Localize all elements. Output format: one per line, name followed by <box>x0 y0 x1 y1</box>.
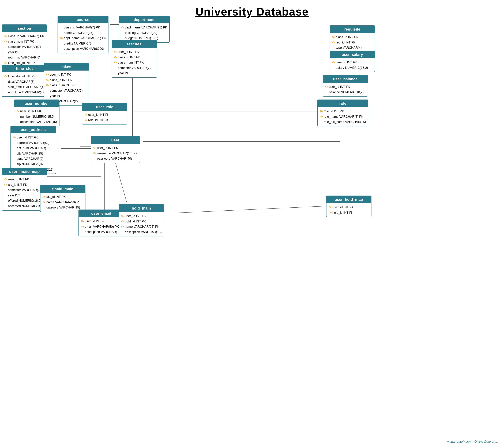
field-text: user_id INT FK <box>88 112 109 117</box>
svg-rect-84 <box>48 85 48 86</box>
watermark: www.creately.com - Online Diagram... <box>447 440 499 444</box>
table-header-department: department <box>119 16 169 23</box>
table-row: hold_id INT FK <box>328 210 369 215</box>
svg-rect-148 <box>123 216 123 217</box>
svg-rect-122 <box>6 179 7 179</box>
table-row: user_id INT FK <box>46 72 87 77</box>
table-row: start_time TIMESTAMP(4) <box>4 84 45 90</box>
svg-rect-132 <box>44 197 45 198</box>
svg-rect-164 <box>330 213 331 213</box>
table-finaid_main: finaid_mainaid_id INT PKname VARCHAR(50)… <box>40 185 86 212</box>
svg-rect-91 <box>19 111 19 112</box>
table-row: role_name VARCHAR(3) PK <box>320 114 366 119</box>
field-text: description VARCHAR(15) <box>85 229 122 235</box>
svg-rect-146 <box>123 216 124 216</box>
table-row: name VARCHAR(50) PK <box>43 200 83 205</box>
field-text: dept_name VARCHAR(25) PK <box>125 25 167 30</box>
svg-point-105 <box>320 116 322 117</box>
svg-point-133 <box>43 201 44 203</box>
table-row: class_id VARCHAR(7) PK <box>60 25 106 30</box>
field-text: user_id INT FK <box>336 60 357 65</box>
svg-rect-100 <box>86 120 87 121</box>
table-row: role_id INT PK <box>320 109 366 114</box>
svg-rect-71 <box>7 77 7 77</box>
svg-point-25 <box>60 37 62 39</box>
table-row: role_id INT FK <box>84 117 125 123</box>
field-text: days VARCHAR(8) <box>8 79 35 84</box>
table-row: user_id INT FK <box>84 112 125 117</box>
field-text: class_num INT PK <box>8 39 34 44</box>
svg-rect-32 <box>123 28 123 28</box>
table-row: class_id VARCHAR(7) FK <box>4 34 45 39</box>
svg-rect-115 <box>96 148 96 149</box>
table-row: semester VARCHAR(7) <box>114 65 155 71</box>
svg-point-57 <box>114 56 116 58</box>
svg-point-101 <box>320 110 322 112</box>
table-takes: takesuser_id INT FKclass_id INT FKclass_… <box>44 63 89 106</box>
table-row: description VARCHAR(15) <box>121 230 162 235</box>
svg-rect-55 <box>116 52 117 53</box>
svg-rect-47 <box>335 37 335 38</box>
field-text: apt_num VARCHAR(15) <box>17 145 51 151</box>
svg-rect-94 <box>86 114 87 115</box>
table-row: category VARCHAR(15) <box>43 205 83 210</box>
field-text: year INT <box>118 71 130 76</box>
svg-rect-52 <box>334 42 334 43</box>
table-row: user_id INT FK <box>16 109 57 114</box>
field-text: user_id INT PK <box>97 145 118 151</box>
field-text: balance NUMERIC(18,2) <box>329 90 364 95</box>
field-text: hold_id INT FK <box>332 210 353 215</box>
table-row: username VARCHAR(16) PK <box>93 151 138 156</box>
field-text: state VARCHAR(2) <box>17 156 43 161</box>
table-user_salary: user_salaryuser_id INT FKsalary NUMERIC(… <box>330 51 375 72</box>
field-text: user_id INT FK <box>50 72 71 77</box>
svg-rect-26 <box>62 38 63 38</box>
field-text: semester VARCHAR(7) <box>118 65 151 71</box>
svg-rect-99 <box>87 120 87 121</box>
svg-rect-160 <box>330 207 331 208</box>
svg-rect-86 <box>327 86 328 87</box>
field-text: start_time TIMESTAMP(4) <box>8 84 44 90</box>
table-row: password VARCHAR(40) <box>93 156 138 161</box>
table-user_address: user_addressuser_id INT FKaddress VARCHA… <box>10 126 56 174</box>
table-row: city VARCHAR(25) <box>13 151 54 156</box>
field-text: number NUMERIC(15,0) <box>20 114 54 119</box>
svg-point-153 <box>121 226 123 227</box>
table-row: user_id INT FK <box>328 205 369 210</box>
table-header-user_email: user_email <box>79 210 124 217</box>
field-text: category VARCHAR(15) <box>46 205 80 210</box>
svg-rect-44 <box>6 63 6 64</box>
table-header-user_address: user_address <box>11 126 56 133</box>
table-row: time_slot_id INT PK <box>4 74 45 79</box>
table-header-user_finaid_map: user_finaid_map <box>2 168 47 175</box>
svg-rect-152 <box>123 221 123 222</box>
table-row: offered NUMERIC(18,2) <box>4 198 45 203</box>
table-row: zip NUMERIC(5,0) <box>13 161 54 167</box>
table-row: email VARCHAR(50) PK <box>81 224 122 230</box>
table-row: salary NUMERIC(18,2) <box>332 65 373 71</box>
table-row: year INT <box>46 93 87 99</box>
table-row: user_id INT FK <box>325 84 365 90</box>
field-text: year INT <box>50 93 62 99</box>
svg-rect-120 <box>95 153 95 154</box>
svg-rect-123 <box>7 179 7 180</box>
svg-rect-114 <box>95 148 96 148</box>
svg-rect-140 <box>83 221 83 222</box>
field-text: type VARCHAR(4) <box>336 45 362 50</box>
table-department: departmentdept_name VARCHAR(25) PKbuildi… <box>119 16 170 43</box>
table-row: year INT <box>114 71 155 76</box>
svg-rect-67 <box>335 62 335 63</box>
field-text: user_id INT FK <box>17 135 38 140</box>
table-row: semester VARCHAR(7) <box>46 88 87 93</box>
table-row: class_num INT PK <box>4 39 45 44</box>
svg-point-97 <box>85 119 86 121</box>
svg-rect-142 <box>83 226 84 227</box>
table-header-time_slot: time_slot <box>2 65 47 72</box>
svg-point-53 <box>114 51 116 52</box>
svg-rect-150 <box>123 221 124 221</box>
table-header-role: role <box>318 100 368 107</box>
table-row: apt_num VARCHAR(15) <box>13 145 54 151</box>
table-row: number NUMERIC(15,0) <box>16 114 57 119</box>
svg-point-69 <box>4 76 6 77</box>
svg-rect-130 <box>44 196 45 197</box>
